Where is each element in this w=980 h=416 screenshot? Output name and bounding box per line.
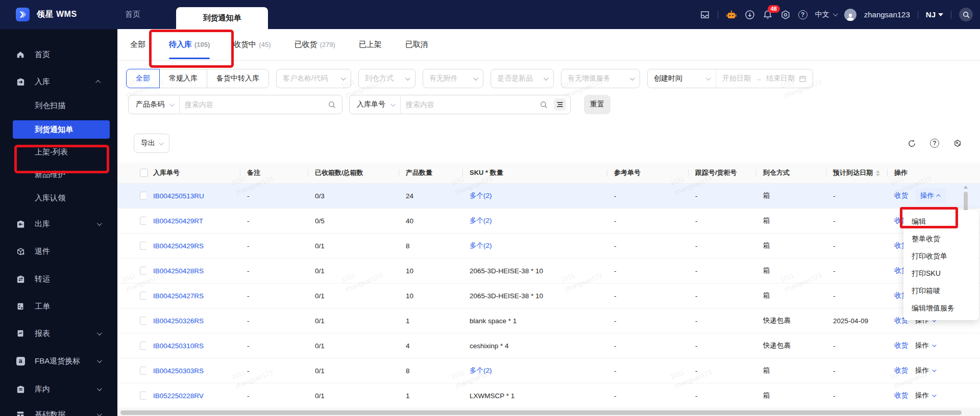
type-filter-stock-transfer[interactable]: 备货中转入库 [207,69,269,88]
tab-all[interactable]: 全部 [130,29,145,61]
sidebar-item-reports[interactable]: 报表 [0,324,117,343]
menu-item-print-sku[interactable]: 打印SKU [903,265,979,282]
sku-link[interactable]: 多个(2) [470,217,492,224]
row-checkbox[interactable] [140,217,146,225]
sidebar-item-outbound[interactable]: 出库 [0,215,117,233]
row-checkbox[interactable] [140,192,146,200]
robot-assistant-icon[interactable] [726,10,737,20]
tab-receiving[interactable]: 收货中 (45) [233,29,271,61]
is-new-product-select[interactable]: 是否是新品 [491,69,554,88]
sku-link[interactable]: 多个(2) [470,367,492,374]
sidebar-item-arrival-scan[interactable]: 到仓扫描 [0,96,117,115]
notification-bell-icon[interactable]: 48 [763,10,773,20]
receive-link[interactable]: 收货 [894,391,908,400]
customer-select[interactable]: 客户名称/代码 [276,69,351,88]
sidebar-item-arrival-notice[interactable]: 到货通知单 [0,120,117,139]
inbox-icon[interactable] [700,10,710,20]
sidebar-item-home[interactable]: 首页 [0,45,117,64]
track-cell: - [688,267,756,275]
tab-cancelled[interactable]: 已取消 [405,29,428,61]
sidebar-item-returns[interactable]: 退件 [0,242,117,261]
receive-link[interactable]: 收货 [894,366,908,375]
row-checkbox[interactable] [140,367,146,375]
sidebar-item-transfer[interactable]: 转运 [0,270,117,288]
barcode-search-input[interactable] [180,100,328,109]
order-search-input[interactable] [401,100,540,109]
sidebar-item-fba-relabel[interactable]: FBA退货换标 [0,352,117,370]
row-checkbox[interactable] [140,392,146,400]
sku-link[interactable]: 多个(2) [470,242,492,249]
download-icon[interactable] [745,10,755,20]
attachment-select[interactable]: 有无附件 [423,69,483,88]
sidebar-item-new-product[interactable]: 新品维护 [0,165,117,184]
row-checkbox[interactable] [140,292,146,300]
scroll-up-arrow[interactable] [964,186,968,189]
order-link[interactable]: IB004250303RS [153,367,204,375]
sidebar-item-work-order[interactable]: 工单 [0,297,117,316]
arrival-method-select[interactable]: 到仓方式 [358,69,415,88]
menu-item-edit[interactable]: 编辑 [903,213,979,230]
date-range-picker[interactable]: 开始日期 结束日期 [716,74,813,83]
menu-item-edit-vas[interactable]: 编辑增值服务 [903,300,979,317]
warehouse-box-icon [15,384,26,394]
row-checkbox[interactable] [140,317,146,325]
type-filter-all[interactable]: 全部 [126,69,160,88]
tab-received[interactable]: 已收货 (279) [294,29,335,61]
vas-select[interactable]: 有无增值服务 [561,69,640,88]
sidebar-item-label: FBA退货换标 [35,356,80,366]
column-settings-icon[interactable] [953,139,962,148]
time-type-select[interactable]: 创建时间 [648,69,716,88]
topbar-active-page-tab[interactable]: 到货通知单 [176,7,268,29]
avatar[interactable] [844,9,856,21]
global-search-icon[interactable] [959,8,973,21]
track-cell: - [688,242,756,250]
language-selector[interactable]: 中文 [815,10,837,19]
export-button[interactable]: 导出 [134,134,169,153]
order-link[interactable]: IB004250429RT [153,217,203,225]
row-actions-button[interactable]: 操作 [915,366,935,375]
row-checkbox[interactable] [140,342,146,350]
menu-item-print-receipt[interactable]: 打印收货单 [903,248,979,265]
help-icon[interactable] [930,139,939,148]
horizontal-scroll-thumb[interactable] [120,410,962,415]
order-field-select[interactable]: 入库单号 [350,100,400,109]
reset-button[interactable]: 重置 [584,95,610,114]
sidebar-item-inbound[interactable]: 入库 [0,72,117,91]
sku-link[interactable]: 多个(2) [470,192,492,199]
receive-link[interactable]: 收货 [894,191,908,200]
order-link[interactable]: IB004250310RS [153,342,204,350]
warehouse-selector[interactable]: NJ [926,10,943,19]
horizontal-scrollbar[interactable] [117,409,980,416]
menu-item-receive-all[interactable]: 整单收货 [903,230,979,248]
row-actions-button[interactable]: 操作 [915,341,935,350]
type-filter-regular[interactable]: 常规入库 [159,69,207,88]
search-icon[interactable] [540,101,548,109]
order-link[interactable]: IB004250429RS [153,242,204,250]
batch-search-icon[interactable] [554,98,566,111]
sidebar-item-warehouse-ops[interactable]: 库内 [0,380,117,398]
sidebar-item-base-data[interactable]: 基础数据 [0,405,117,416]
order-link[interactable]: IB052250228RV [153,392,204,400]
refresh-icon[interactable] [908,139,916,148]
order-link[interactable]: IB004250428RS [153,267,204,275]
row-checkbox[interactable] [140,267,146,275]
search-icon[interactable] [328,101,336,109]
help-icon[interactable] [798,10,807,19]
tab-shelved[interactable]: 已上架 [359,29,382,61]
barcode-field-select[interactable]: 产品条码 [129,100,179,109]
settings-gear-icon[interactable] [780,10,791,20]
menu-item-print-box-label[interactable]: 打印箱唛 [903,282,979,300]
row-actions-button-open[interactable]: 操作 [915,188,946,203]
topbar-nav-home[interactable]: 首页 [125,0,140,29]
order-link[interactable]: IB004250427RS [153,292,204,300]
order-link[interactable]: IB004250513RU [153,192,204,200]
receive-link[interactable]: 收货 [894,341,908,350]
row-checkbox[interactable] [140,242,146,250]
sidebar-item-inbound-claim[interactable]: 入库认领 [0,189,117,207]
username[interactable]: zhangsan123 [864,10,910,19]
sort-icon[interactable] [876,170,880,176]
order-link[interactable]: IB004250326RS [153,317,204,325]
sidebar-item-shelving-list[interactable]: 上架-列表 [0,143,117,161]
row-actions-button[interactable]: 操作 [915,391,935,400]
tab-pending-inbound[interactable]: 待入库 (105) [169,29,210,61]
